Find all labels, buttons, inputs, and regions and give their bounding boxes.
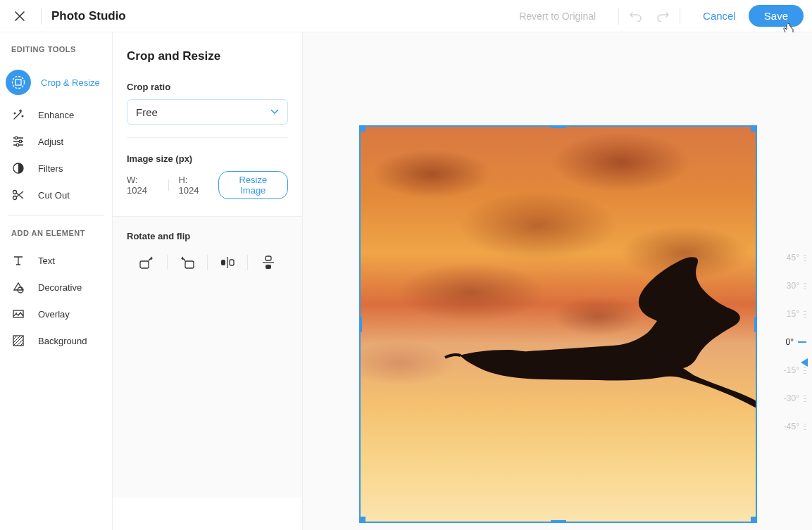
rotation-indicator-icon — [801, 358, 808, 367]
drop-icon — [11, 161, 25, 175]
element-label: Background — [38, 336, 87, 346]
element-overlay[interactable]: Overlay — [0, 301, 112, 327]
divider — [41, 8, 42, 25]
rotation-tick: -30° — [784, 393, 799, 403]
flip-horizontal-button[interactable] — [208, 253, 248, 272]
resize-image-button[interactable]: Resize Image — [218, 171, 288, 199]
element-label: Overlay — [38, 309, 70, 320]
svg-point-4 — [16, 144, 19, 146]
redo-button[interactable] — [656, 9, 670, 23]
undo-button[interactable] — [629, 9, 643, 23]
tool-crop-resize[interactable]: Crop & Resize — [0, 63, 112, 101]
svg-point-6 — [13, 191, 17, 194]
element-label: Text — [38, 255, 55, 266]
divider — [618, 8, 619, 25]
canvas-area: 45° 30° 15° 0° -15° -30° -45° — [303, 32, 812, 530]
crop-handle-right[interactable] — [754, 317, 757, 332]
tool-label: Enhance — [38, 110, 74, 120]
tool-label: Filters — [38, 163, 63, 174]
section-label-elements: ADD AN ELEMENT — [0, 229, 112, 247]
tool-label: Cut Out — [38, 190, 70, 201]
svg-rect-13 — [185, 261, 194, 268]
crop-handle-bottom-left[interactable] — [359, 517, 366, 523]
element-label: Decorative — [38, 282, 82, 293]
divider — [680, 8, 680, 25]
rotation-tick: 45° — [787, 253, 799, 263]
tool-label: Adjust — [38, 137, 63, 147]
rotate-cw-button[interactable] — [127, 253, 167, 272]
svg-rect-12 — [140, 261, 149, 268]
svg-rect-14 — [221, 260, 225, 265]
svg-point-2 — [15, 137, 18, 139]
chevron-down-icon — [270, 109, 279, 115]
crop-handle-top[interactable] — [551, 125, 566, 128]
rotation-scale[interactable]: 45° 30° 15° 0° -15° -30° -45° — [768, 244, 806, 441]
flip-horizontal-icon — [220, 256, 235, 269]
element-decorative[interactable]: Decorative — [0, 274, 112, 301]
element-background[interactable]: Background — [0, 327, 112, 354]
cancel-button[interactable]: Cancel — [703, 10, 736, 22]
width-display: W: 1024 — [127, 175, 158, 196]
rotation-tick: 30° — [787, 281, 799, 291]
flip-vertical-icon — [262, 255, 275, 270]
rotate-ccw-button[interactable] — [167, 253, 207, 272]
tool-cut-out[interactable]: Cut Out — [0, 182, 112, 208]
scissors-icon — [11, 188, 25, 202]
revert-button[interactable]: Revert to Original — [519, 11, 596, 22]
save-button[interactable]: Save — [749, 5, 804, 27]
app-title: Photo Studio — [51, 9, 126, 23]
rotation-tick-active: 0° — [786, 337, 794, 347]
save-label: Save — [764, 10, 788, 22]
redo-icon — [656, 11, 669, 22]
close-icon — [14, 11, 25, 22]
wand-icon — [11, 108, 25, 122]
svg-point-3 — [19, 140, 22, 143]
tool-adjust[interactable]: Adjust — [0, 128, 112, 155]
tool-label: Crop & Resize — [41, 77, 100, 88]
sliders-icon — [11, 134, 25, 149]
svg-point-0 — [13, 77, 25, 89]
tool-enhance[interactable]: Enhance — [0, 101, 112, 128]
rotate-flip-label: Rotate and flip — [127, 231, 288, 241]
panel-title: Crop and Resize — [127, 49, 288, 63]
rotation-tick: -15° — [784, 365, 799, 375]
properties-panel: Crop and Resize Crop ratio Free Image si… — [113, 32, 303, 530]
sidebar: EDITING TOOLS Crop & Resize Enhance Adju… — [0, 32, 113, 530]
element-text[interactable]: Text — [0, 247, 112, 274]
crop-ratio-label: Crop ratio — [127, 82, 288, 92]
divider — [8, 215, 104, 216]
tool-filters[interactable]: Filters — [0, 155, 112, 182]
divider — [127, 137, 288, 138]
close-button[interactable] — [8, 5, 31, 27]
svg-rect-15 — [230, 260, 234, 265]
crop-handle-top-right[interactable] — [751, 125, 757, 132]
rotation-tick: 15° — [787, 309, 799, 319]
decorative-icon — [11, 280, 25, 294]
background-icon — [11, 334, 25, 348]
text-icon — [11, 253, 25, 267]
rotate-ccw-icon — [180, 255, 195, 270]
image-crop-area[interactable] — [359, 125, 757, 523]
image-content — [438, 253, 757, 408]
crop-icon — [11, 75, 25, 89]
svg-point-7 — [13, 196, 17, 200]
svg-rect-1 — [15, 80, 21, 85]
rotation-tick: -45° — [784, 422, 799, 431]
crop-handle-bottom[interactable] — [551, 520, 566, 523]
undo-icon — [630, 11, 642, 22]
divider — [168, 179, 169, 191]
height-display: H: 1024 — [178, 175, 208, 196]
overlay-icon — [11, 307, 25, 321]
section-label-tools: EDITING TOOLS — [0, 45, 112, 63]
flip-vertical-button[interactable] — [248, 253, 288, 272]
svg-rect-17 — [266, 265, 271, 269]
crop-ratio-value: Free — [136, 106, 158, 118]
crop-handle-top-left[interactable] — [359, 125, 366, 132]
rotate-cw-icon — [139, 255, 154, 270]
crop-handle-bottom-right[interactable] — [751, 517, 757, 523]
image-size-label: Image size (px) — [127, 153, 288, 164]
crop-handle-left[interactable] — [359, 317, 362, 332]
crop-ratio-select[interactable]: Free — [127, 99, 288, 125]
svg-rect-16 — [266, 256, 271, 260]
